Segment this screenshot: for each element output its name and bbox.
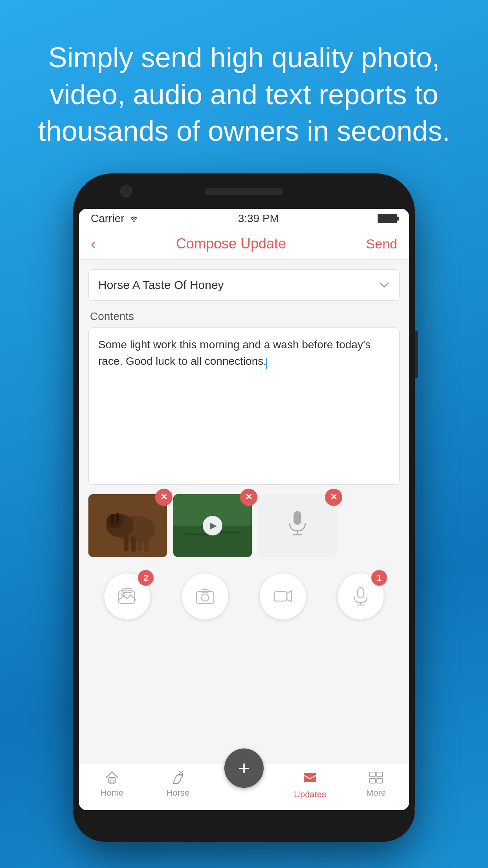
attachments-row: ✕ ▶ ✕ <box>88 494 400 557</box>
status-time: 3:39 PM <box>238 212 279 225</box>
svg-rect-37 <box>377 778 382 783</box>
wifi-icon <box>128 215 139 223</box>
svg-rect-34 <box>370 772 375 777</box>
carrier-text: Carrier <box>91 212 125 225</box>
svg-point-0 <box>133 221 135 222</box>
svg-rect-6 <box>138 535 142 551</box>
text-cursor <box>266 358 267 369</box>
svg-rect-22 <box>196 592 214 603</box>
audio-badge: 1 <box>371 570 387 586</box>
svg-rect-13 <box>185 533 209 535</box>
send-button[interactable]: Send <box>366 236 397 252</box>
camera-icon <box>195 586 215 607</box>
svg-marker-26 <box>287 591 292 602</box>
audio-record-button[interactable]: 1 <box>337 573 384 620</box>
back-button[interactable]: ‹ <box>91 235 96 253</box>
audio-attachment[interactable]: ✕ <box>258 494 337 557</box>
phone-camera <box>120 185 132 197</box>
photo-library-icon <box>117 586 138 607</box>
svg-rect-9 <box>111 514 114 524</box>
text-content: Some light work this morning and a wash … <box>98 338 371 367</box>
remove-audio-button[interactable]: ✕ <box>325 489 342 506</box>
tab-horse[interactable]: Horse <box>150 770 205 798</box>
fab-plus-icon: + <box>238 757 250 780</box>
mic-icon <box>286 509 309 542</box>
fab-button[interactable]: + <box>224 748 264 788</box>
updates-icon <box>302 770 318 785</box>
chevron-down-icon <box>379 279 390 291</box>
svg-rect-27 <box>358 588 364 598</box>
remove-video-button[interactable]: ✕ <box>240 489 257 506</box>
media-buttons-row: 2 <box>88 566 400 626</box>
svg-rect-4 <box>124 535 128 551</box>
svg-rect-25 <box>274 592 287 601</box>
home-icon <box>104 770 120 785</box>
phone-top <box>73 173 415 209</box>
horse-photo-thumbnail <box>88 494 167 557</box>
horse-icon <box>170 770 186 785</box>
video-record-icon <box>273 586 293 607</box>
microphone-icon <box>286 509 309 537</box>
tab-updates-label: Updates <box>294 789 326 800</box>
horse-selector[interactable]: Horse A Taste Of Honey <box>88 269 400 301</box>
phone-bottom <box>73 810 415 842</box>
remove-photo-button[interactable]: ✕ <box>155 489 172 506</box>
svg-rect-30 <box>109 778 115 783</box>
svg-rect-35 <box>377 772 382 777</box>
tab-home[interactable]: Home <box>84 770 139 798</box>
video-record-button[interactable] <box>259 573 306 620</box>
contents-label: Contents <box>88 310 400 323</box>
photo-library-button[interactable]: 2 <box>104 573 151 620</box>
play-icon: ▶ <box>210 520 217 531</box>
svg-rect-36 <box>370 778 375 783</box>
fab-container: + <box>224 748 264 788</box>
tab-horse-label: Horse <box>167 788 190 798</box>
photo-attachment[interactable]: ✕ <box>88 494 167 557</box>
svg-rect-16 <box>294 511 301 525</box>
tab-bar: + Home Horse <box>79 763 409 810</box>
svg-rect-7 <box>144 537 149 552</box>
page-title: Compose Update <box>176 235 286 252</box>
hero-text: Simply send high quality photo, video, a… <box>0 0 488 173</box>
play-overlay: ▶ <box>203 516 222 535</box>
content-area: Horse A Taste Of Honey Contents Some lig… <box>79 260 409 763</box>
phone-speaker <box>205 188 283 195</box>
battery-icon <box>378 214 397 223</box>
nav-bar: ‹ Compose Update Send <box>79 228 409 260</box>
svg-rect-5 <box>131 537 136 552</box>
camera-button[interactable] <box>182 573 229 620</box>
text-area[interactable]: Some light work this morning and a wash … <box>88 327 400 485</box>
photo-badge: 2 <box>138 570 154 586</box>
phone-screen: Carrier 3:39 PM ‹ Compose Update Send Ho… <box>79 209 409 810</box>
tab-home-label: Home <box>101 788 124 798</box>
svg-rect-33 <box>304 773 316 782</box>
svg-point-23 <box>202 594 209 601</box>
tab-more-label: More <box>366 788 386 798</box>
status-carrier: Carrier <box>91 212 139 225</box>
more-icon <box>368 770 384 785</box>
video-attachment[interactable]: ▶ ✕ <box>173 494 252 557</box>
tab-updates[interactable]: Updates <box>283 770 338 800</box>
phone-side-button <box>415 331 418 378</box>
tab-more[interactable]: More <box>349 770 404 798</box>
phone-frame: Carrier 3:39 PM ‹ Compose Update Send Ho… <box>73 173 415 842</box>
status-bar: Carrier 3:39 PM <box>79 209 409 228</box>
audio-record-icon <box>350 586 371 607</box>
horse-selector-label: Horse A Taste Of Honey <box>98 278 224 292</box>
svg-point-8 <box>106 514 124 528</box>
svg-rect-10 <box>116 513 119 523</box>
